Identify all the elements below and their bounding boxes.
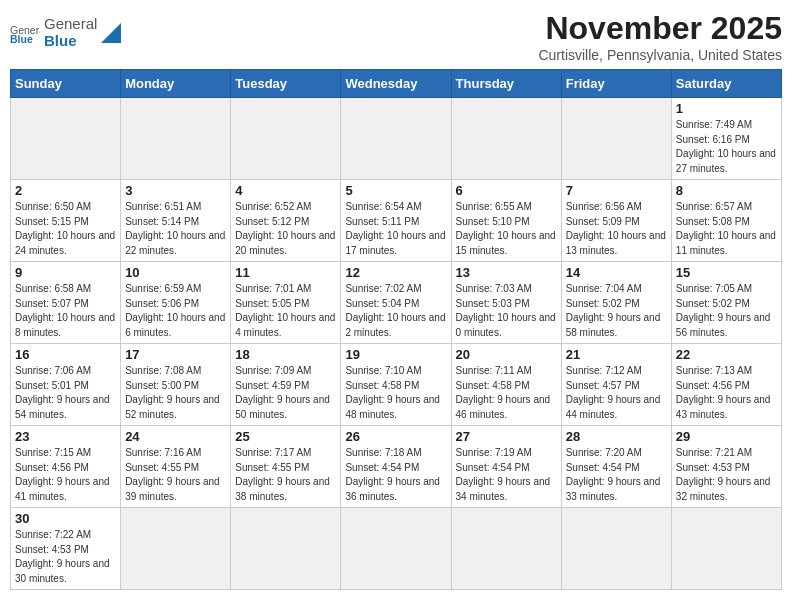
day-info: Sunrise: 6:51 AM Sunset: 5:14 PM Dayligh… xyxy=(125,200,226,258)
day-info: Sunrise: 7:12 AM Sunset: 4:57 PM Dayligh… xyxy=(566,364,667,422)
calendar-cell xyxy=(231,508,341,590)
day-number: 27 xyxy=(456,429,557,444)
day-info: Sunrise: 7:13 AM Sunset: 4:56 PM Dayligh… xyxy=(676,364,777,422)
logo-icon: General Blue xyxy=(10,21,40,45)
day-number: 10 xyxy=(125,265,226,280)
calendar-col-sunday: Sunday xyxy=(11,70,121,98)
calendar-cell: 13Sunrise: 7:03 AM Sunset: 5:03 PM Dayli… xyxy=(451,262,561,344)
calendar-cell: 17Sunrise: 7:08 AM Sunset: 5:00 PM Dayli… xyxy=(121,344,231,426)
calendar-cell: 7Sunrise: 6:56 AM Sunset: 5:09 PM Daylig… xyxy=(561,180,671,262)
calendar-week-row: 23Sunrise: 7:15 AM Sunset: 4:56 PM Dayli… xyxy=(11,426,782,508)
day-info: Sunrise: 7:08 AM Sunset: 5:00 PM Dayligh… xyxy=(125,364,226,422)
day-number: 26 xyxy=(345,429,446,444)
day-info: Sunrise: 6:50 AM Sunset: 5:15 PM Dayligh… xyxy=(15,200,116,258)
calendar-cell: 9Sunrise: 6:58 AM Sunset: 5:07 PM Daylig… xyxy=(11,262,121,344)
svg-text:Blue: Blue xyxy=(10,32,33,44)
calendar-cell: 26Sunrise: 7:18 AM Sunset: 4:54 PM Dayli… xyxy=(341,426,451,508)
calendar-cell xyxy=(451,508,561,590)
page-header: General Blue General Blue November 2025 … xyxy=(10,10,782,63)
day-number: 21 xyxy=(566,347,667,362)
day-number: 11 xyxy=(235,265,336,280)
day-info: Sunrise: 6:54 AM Sunset: 5:11 PM Dayligh… xyxy=(345,200,446,258)
day-number: 17 xyxy=(125,347,226,362)
calendar-cell xyxy=(11,98,121,180)
day-number: 2 xyxy=(15,183,116,198)
calendar-week-row: 9Sunrise: 6:58 AM Sunset: 5:07 PM Daylig… xyxy=(11,262,782,344)
day-info: Sunrise: 7:17 AM Sunset: 4:55 PM Dayligh… xyxy=(235,446,336,504)
calendar-week-row: 2Sunrise: 6:50 AM Sunset: 5:15 PM Daylig… xyxy=(11,180,782,262)
day-number: 23 xyxy=(15,429,116,444)
day-info: Sunrise: 7:19 AM Sunset: 4:54 PM Dayligh… xyxy=(456,446,557,504)
day-number: 30 xyxy=(15,511,116,526)
calendar-cell: 4Sunrise: 6:52 AM Sunset: 5:12 PM Daylig… xyxy=(231,180,341,262)
calendar-cell: 15Sunrise: 7:05 AM Sunset: 5:02 PM Dayli… xyxy=(671,262,781,344)
calendar-col-thursday: Thursday xyxy=(451,70,561,98)
calendar-cell: 28Sunrise: 7:20 AM Sunset: 4:54 PM Dayli… xyxy=(561,426,671,508)
calendar-cell xyxy=(561,98,671,180)
day-info: Sunrise: 7:04 AM Sunset: 5:02 PM Dayligh… xyxy=(566,282,667,340)
calendar-week-row: 16Sunrise: 7:06 AM Sunset: 5:01 PM Dayli… xyxy=(11,344,782,426)
day-number: 8 xyxy=(676,183,777,198)
svg-marker-3 xyxy=(101,23,121,43)
day-info: Sunrise: 7:06 AM Sunset: 5:01 PM Dayligh… xyxy=(15,364,116,422)
calendar-cell: 10Sunrise: 6:59 AM Sunset: 5:06 PM Dayli… xyxy=(121,262,231,344)
day-number: 22 xyxy=(676,347,777,362)
day-number: 6 xyxy=(456,183,557,198)
calendar-cell: 12Sunrise: 7:02 AM Sunset: 5:04 PM Dayli… xyxy=(341,262,451,344)
calendar-table: SundayMondayTuesdayWednesdayThursdayFrid… xyxy=(10,69,782,590)
calendar-cell: 21Sunrise: 7:12 AM Sunset: 4:57 PM Dayli… xyxy=(561,344,671,426)
day-number: 13 xyxy=(456,265,557,280)
day-number: 18 xyxy=(235,347,336,362)
calendar-cell: 23Sunrise: 7:15 AM Sunset: 4:56 PM Dayli… xyxy=(11,426,121,508)
day-info: Sunrise: 6:57 AM Sunset: 5:08 PM Dayligh… xyxy=(676,200,777,258)
calendar-cell: 27Sunrise: 7:19 AM Sunset: 4:54 PM Dayli… xyxy=(451,426,561,508)
day-number: 19 xyxy=(345,347,446,362)
day-number: 14 xyxy=(566,265,667,280)
calendar-header-row: SundayMondayTuesdayWednesdayThursdayFrid… xyxy=(11,70,782,98)
day-info: Sunrise: 6:52 AM Sunset: 5:12 PM Dayligh… xyxy=(235,200,336,258)
calendar-cell xyxy=(121,508,231,590)
day-number: 7 xyxy=(566,183,667,198)
calendar-cell xyxy=(231,98,341,180)
calendar-cell: 16Sunrise: 7:06 AM Sunset: 5:01 PM Dayli… xyxy=(11,344,121,426)
day-info: Sunrise: 7:11 AM Sunset: 4:58 PM Dayligh… xyxy=(456,364,557,422)
day-number: 20 xyxy=(456,347,557,362)
day-info: Sunrise: 7:15 AM Sunset: 4:56 PM Dayligh… xyxy=(15,446,116,504)
day-info: Sunrise: 7:18 AM Sunset: 4:54 PM Dayligh… xyxy=(345,446,446,504)
day-info: Sunrise: 7:16 AM Sunset: 4:55 PM Dayligh… xyxy=(125,446,226,504)
logo: General Blue General Blue xyxy=(10,16,121,49)
calendar-cell: 20Sunrise: 7:11 AM Sunset: 4:58 PM Dayli… xyxy=(451,344,561,426)
main-title: November 2025 xyxy=(538,10,782,47)
day-info: Sunrise: 7:21 AM Sunset: 4:53 PM Dayligh… xyxy=(676,446,777,504)
calendar-col-monday: Monday xyxy=(121,70,231,98)
calendar-cell: 2Sunrise: 6:50 AM Sunset: 5:15 PM Daylig… xyxy=(11,180,121,262)
day-number: 5 xyxy=(345,183,446,198)
day-number: 3 xyxy=(125,183,226,198)
calendar-cell: 30Sunrise: 7:22 AM Sunset: 4:53 PM Dayli… xyxy=(11,508,121,590)
calendar-col-tuesday: Tuesday xyxy=(231,70,341,98)
day-info: Sunrise: 7:20 AM Sunset: 4:54 PM Dayligh… xyxy=(566,446,667,504)
calendar-cell: 22Sunrise: 7:13 AM Sunset: 4:56 PM Dayli… xyxy=(671,344,781,426)
calendar-cell: 18Sunrise: 7:09 AM Sunset: 4:59 PM Dayli… xyxy=(231,344,341,426)
calendar-cell xyxy=(561,508,671,590)
logo-triangle-icon xyxy=(101,23,121,43)
day-info: Sunrise: 6:56 AM Sunset: 5:09 PM Dayligh… xyxy=(566,200,667,258)
calendar-cell xyxy=(671,508,781,590)
calendar-cell: 24Sunrise: 7:16 AM Sunset: 4:55 PM Dayli… xyxy=(121,426,231,508)
calendar-cell xyxy=(341,508,451,590)
calendar-col-saturday: Saturday xyxy=(671,70,781,98)
day-info: Sunrise: 7:01 AM Sunset: 5:05 PM Dayligh… xyxy=(235,282,336,340)
calendar-cell: 3Sunrise: 6:51 AM Sunset: 5:14 PM Daylig… xyxy=(121,180,231,262)
day-number: 28 xyxy=(566,429,667,444)
calendar-cell: 25Sunrise: 7:17 AM Sunset: 4:55 PM Dayli… xyxy=(231,426,341,508)
day-number: 12 xyxy=(345,265,446,280)
day-info: Sunrise: 7:03 AM Sunset: 5:03 PM Dayligh… xyxy=(456,282,557,340)
day-number: 15 xyxy=(676,265,777,280)
day-number: 24 xyxy=(125,429,226,444)
calendar-cell xyxy=(121,98,231,180)
day-number: 29 xyxy=(676,429,777,444)
calendar-cell: 5Sunrise: 6:54 AM Sunset: 5:11 PM Daylig… xyxy=(341,180,451,262)
day-number: 1 xyxy=(676,101,777,116)
logo-blue-text: Blue xyxy=(44,33,97,50)
calendar-cell: 29Sunrise: 7:21 AM Sunset: 4:53 PM Dayli… xyxy=(671,426,781,508)
